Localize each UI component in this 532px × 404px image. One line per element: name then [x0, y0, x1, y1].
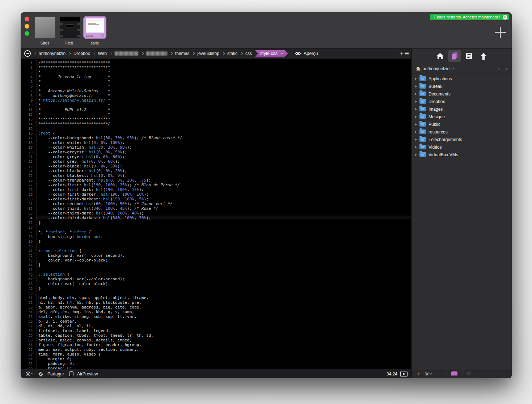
- nav-back-button[interactable]: ‹: [498, 66, 499, 71]
- share-label[interactable]: Partager: [47, 371, 64, 377]
- sidebar-settings-menu[interactable]: [425, 371, 431, 376]
- code-line[interactable]: 52h1, h2, h3, h4, h5, h6, p, blockquote,…: [21, 300, 411, 305]
- code-line[interactable]: 31 --color-second: hsl(60, 100%, 50%); /…: [21, 201, 411, 206]
- tree-row[interactable]: Dropbox: [411, 98, 512, 105]
- tree-row[interactable]: resources: [411, 128, 512, 136]
- sidebar-root[interactable]: anthonynelzin ‹ ›: [411, 64, 512, 73]
- code-line[interactable]: 33 --color-third-dark: hsl(340, 100%, 40…: [21, 211, 411, 216]
- code-line[interactable]: 50: [21, 291, 411, 295]
- code-line[interactable]: 27 --color-first: hsl(190, 100%, 25%); /…: [21, 183, 411, 187]
- code-line[interactable]: 60article, aside, canvas, details, embed…: [21, 338, 411, 343]
- close-button[interactable]: [25, 17, 29, 21]
- tree-row[interactable]: Téléchargements: [411, 136, 512, 143]
- sidebar-tab-snippets[interactable]: [463, 50, 476, 62]
- code-line[interactable]: 14*****************************/: [21, 122, 411, 126]
- code-line[interactable]: 25 --color-blackest: hsl(0, 0%, 0%);: [21, 173, 411, 178]
- code-line[interactable]: 44}: [21, 263, 411, 267]
- code-line[interactable]: 53a, abbr, acronym, address, big, cite, …: [21, 305, 411, 310]
- code-line[interactable]: 12* *: [21, 112, 411, 117]
- preview-eye-icon[interactable]: [295, 51, 301, 56]
- disclosure-triangle-icon[interactable]: [415, 131, 417, 133]
- disclosure-triangle-icon[interactable]: [415, 146, 417, 148]
- code-line[interactable]: 54del, dfn, em, img, ins, kbd, q, s, sam…: [21, 310, 411, 314]
- tree-row[interactable]: Applications: [411, 75, 512, 82]
- disclosure-triangle-icon[interactable]: [415, 85, 417, 88]
- code-line[interactable]: 13******************************: [21, 117, 411, 122]
- tree-row[interactable]: Vidéos: [411, 143, 512, 151]
- path-list-button[interactable]: +: [397, 48, 411, 59]
- code-line[interactable]: 37*, *:before, *:after {: [21, 230, 411, 234]
- settings-menu[interactable]: [25, 371, 33, 377]
- code-line[interactable]: 56b, u, i, center,: [21, 319, 411, 324]
- breadcrumb-item[interactable]: anthonynelzin: [39, 51, 66, 56]
- code-line[interactable]: 46::selection {: [21, 272, 411, 277]
- breadcrumb-item[interactable]: jeveuxletop: [197, 51, 219, 56]
- code-line[interactable]: 24 --color-blacker: hsl(0, 0%, 20%);: [21, 169, 411, 173]
- code-editor[interactable]: 1/*****************************2********…: [21, 59, 411, 369]
- disclosure-triangle-icon[interactable]: [415, 101, 417, 103]
- share-icon[interactable]: [38, 371, 44, 377]
- tab-style[interactable]: CSS style: [83, 15, 107, 45]
- code-line[interactable]: 15: [21, 126, 411, 131]
- code-line[interactable]: 10* *: [21, 103, 411, 107]
- code-line[interactable]: 62menu, nav, output, ruby, section, summ…: [21, 347, 411, 352]
- code-line[interactable]: 16:root {: [21, 131, 411, 136]
- code-line[interactable]: 29 --color-first-darker: hsl(190, 100%, …: [21, 192, 411, 197]
- code-line[interactable]: 2******************************: [21, 65, 411, 70]
- code-line[interactable]: 6* *: [21, 84, 411, 89]
- code-line[interactable]: 47 background: var(--color-second);: [21, 277, 411, 281]
- code-line[interactable]: 3* *: [21, 70, 411, 75]
- airpreview-icon[interactable]: [69, 371, 73, 376]
- tree-row[interactable]: Public: [411, 120, 512, 128]
- code-line[interactable]: 65 padding: 0;: [21, 361, 411, 366]
- code-line[interactable]: 4* Je veux le top *: [21, 75, 411, 79]
- breadcrumb-item[interactable]: static: [227, 51, 237, 56]
- link-icon[interactable]: [466, 371, 472, 376]
- code-line[interactable]: 7* Anthony Nelzin-Santos *: [21, 89, 411, 93]
- code-line[interactable]: 30 --color-first-darkest: hsl(190, 100%,…: [21, 197, 411, 201]
- code-line[interactable]: 42 background: var(--color-second);: [21, 253, 411, 258]
- code-line[interactable]: 9* https://anthony.nelzin.fr/ *: [21, 98, 411, 103]
- code-line[interactable]: 66 border: 0;: [21, 366, 411, 369]
- code-line[interactable]: 48 color: var(--color-black);: [21, 281, 411, 286]
- tree-row[interactable]: Musique: [411, 113, 512, 120]
- code-line[interactable]: 35}: [21, 220, 411, 225]
- code-line[interactable]: 32 --color-third: hsl(340, 100%, 45%); /…: [21, 206, 411, 211]
- code-line[interactable]: 5* *: [21, 79, 411, 84]
- breadcrumb-item[interactable]: css: [245, 51, 252, 56]
- nav-forward-button[interactable]: ›: [506, 66, 507, 71]
- code-line[interactable]: 58fieldset, form, label, legend,: [21, 328, 411, 333]
- preview-play-button[interactable]: [400, 371, 408, 377]
- code-line[interactable]: 64 margin: 0;: [21, 357, 411, 361]
- disclosure-triangle-icon[interactable]: [415, 108, 417, 110]
- code-line[interactable]: 26 --color-transparent: hsla(0, 0%, 20%,…: [21, 178, 411, 183]
- breadcrumb-root-icon[interactable]: [24, 50, 31, 57]
- code-line[interactable]: 21 --color-greyer: hsl(0, 0%, 80%);: [21, 154, 411, 159]
- disclosure-triangle-icon[interactable]: [415, 154, 417, 156]
- trial-badge[interactable]: 7 jours restants. Achetez maintenant !: [430, 14, 509, 20]
- code-line[interactable]: 57dl, dt, dd, ol, ul, li,: [21, 324, 411, 328]
- sidebar-tab-files[interactable]: [448, 50, 461, 62]
- code-line[interactable]: 11* EUPL v1.2 *: [21, 107, 411, 112]
- disclosure-triangle-icon[interactable]: [415, 93, 417, 95]
- code-line[interactable]: 20 --color-greyest: hsl(0, 0%, 90%);: [21, 150, 411, 154]
- code-line[interactable]: 63time, mark, audio, video {: [21, 352, 411, 357]
- airpreview-label[interactable]: AirPreview: [77, 371, 98, 377]
- preview-label[interactable]: Aperçu: [304, 51, 318, 56]
- breadcrumb-item-redacted[interactable]: [146, 51, 167, 56]
- tab-sites[interactable]: Sites: [33, 15, 57, 45]
- code-line[interactable]: 45: [21, 267, 411, 272]
- disclosure-triangle-icon[interactable]: [415, 78, 417, 80]
- code-line[interactable]: 19 --color-whitish: hsl(30, 30%, 98%);: [21, 145, 411, 150]
- code-line[interactable]: 55small, strike, strong, sub, sup, tt, v…: [21, 314, 411, 319]
- disclosure-triangle-icon[interactable]: [415, 116, 417, 118]
- code-line[interactable]: 41::-moz-selection {: [21, 248, 411, 253]
- code-line[interactable]: 17 --color-background: hsl(30, 30%, 95%)…: [21, 136, 411, 140]
- tree-row[interactable]: Images: [411, 105, 512, 113]
- code-line[interactable]: 23 --color-black: hsl(0, 0%, 33%);: [21, 164, 411, 169]
- new-tab-button[interactable]: [495, 27, 506, 38]
- code-line[interactable]: 36: [21, 225, 411, 230]
- tab-files[interactable]: Fich.: [58, 15, 82, 45]
- sidebar-tab-publish[interactable]: [477, 50, 490, 62]
- code-line[interactable]: 43 color: var(--color-black);: [21, 258, 411, 263]
